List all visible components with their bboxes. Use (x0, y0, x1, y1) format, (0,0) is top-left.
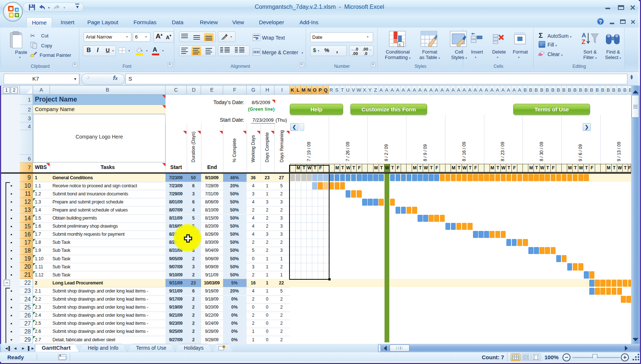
svg-text:A: A (582, 32, 586, 39)
svg-text:≤: ≤ (398, 42, 401, 47)
svg-text:Z: Z (582, 38, 585, 45)
